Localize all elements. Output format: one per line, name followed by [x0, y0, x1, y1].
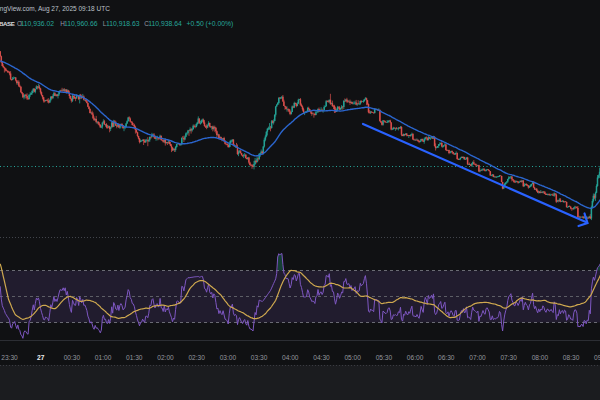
svg-text:01:00: 01:00 [95, 354, 112, 361]
svg-text:04:30: 04:30 [313, 354, 330, 361]
svg-text:02:00: 02:00 [157, 354, 174, 361]
svg-text:01:30: 01:30 [126, 354, 143, 361]
svg-text:08:30: 08:30 [563, 354, 580, 361]
svg-text:07:30: 07:30 [500, 354, 517, 361]
svg-text:BASEO110,936.02H110,960.66L110: BASEO110,936.02H110,960.66L110,918.63C11… [0, 20, 233, 28]
svg-text:00:30: 00:30 [64, 354, 81, 361]
svg-text:27: 27 [37, 354, 45, 361]
svg-text:04:00: 04:00 [282, 354, 299, 361]
svg-text:08:00: 08:00 [532, 354, 549, 361]
svg-text:23:30: 23:30 [1, 354, 18, 361]
svg-text:05:30: 05:30 [376, 354, 393, 361]
svg-text:07:00: 07:00 [469, 354, 486, 361]
svg-text:06:30: 06:30 [438, 354, 455, 361]
svg-text:09:00: 09:00 [594, 354, 600, 361]
svg-text:03:00: 03:00 [220, 354, 237, 361]
svg-text:03:30: 03:30 [251, 354, 268, 361]
svg-text:06:00: 06:00 [407, 354, 424, 361]
svg-text:TradingView.com, Aug 27, 2025: TradingView.com, Aug 27, 2025 09:18 UTC [0, 5, 110, 13]
svg-text:05:00: 05:00 [344, 354, 361, 361]
svg-text:02:30: 02:30 [188, 354, 205, 361]
